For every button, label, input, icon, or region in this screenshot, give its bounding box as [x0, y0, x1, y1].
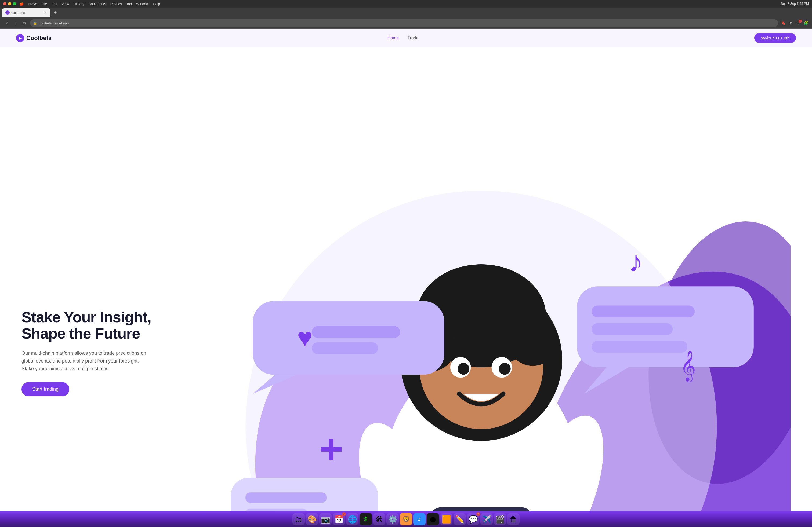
calendar-badge: 1 [342, 512, 346, 516]
nav-links: Home Trade [388, 36, 419, 41]
new-tab-button[interactable]: + [52, 9, 59, 16]
dock-xcode[interactable]: 🛠 [373, 513, 385, 525]
svg-rect-28 [312, 342, 378, 354]
hero-title-line2: Shape the Future [21, 325, 140, 342]
logo-text: Coolbets [26, 35, 52, 42]
shield-badge: 2 [799, 19, 802, 23]
svg-rect-33 [592, 341, 687, 352]
forward-button[interactable]: › [12, 19, 19, 27]
svg-rect-36 [245, 492, 327, 502]
bookmark-icon[interactable]: 🔖 [780, 20, 786, 26]
profiles-menu[interactable]: Profiles [110, 2, 122, 6]
dock-launchpad[interactable]: 🎨 [306, 513, 318, 525]
traffic-light-fullscreen[interactable] [13, 2, 16, 5]
svg-rect-31 [592, 306, 695, 317]
svg-rect-27 [312, 326, 400, 338]
dock-photos[interactable]: 📷 [319, 513, 332, 525]
title-bar-menu: 🍎 Brave File Edit View History Bookmarks… [19, 2, 160, 6]
tab-close-button[interactable]: × [43, 11, 47, 15]
address-bar: ‹ › ↺ 🔒 coolbets.vercel.app 🔖 ⬆ 🛡 2 🧩 [0, 18, 812, 28]
reload-button[interactable]: ↺ [20, 19, 28, 27]
hero-illustration-svg: ♥ + ♪ 𝄞 [172, 58, 791, 511]
dock-miro[interactable]: ✏️ [453, 513, 466, 525]
shield-icon[interactable]: 🛡 2 [795, 20, 801, 26]
site-nav: ▶ Coolbets Home Trade saviour1001.eth [0, 29, 812, 47]
wallet-button[interactable]: saviour1001.eth [754, 33, 796, 43]
title-bar: 🍎 Brave File Edit View History Bookmarks… [0, 0, 812, 7]
svg-text:♪: ♪ [628, 245, 643, 278]
url-bar[interactable]: 🔒 coolbets.vercel.app [30, 19, 778, 27]
brave-menu[interactable]: Brave [28, 2, 37, 6]
tab-menu[interactable]: Tab [126, 2, 132, 6]
tab-bar: C Coolbets × + [0, 7, 812, 18]
dock-brave[interactable]: 🦁 [400, 513, 412, 525]
dock-obs[interactable]: ⬤ [427, 513, 439, 525]
dock-finder[interactable]: 🗂 [292, 513, 305, 525]
nav-link-home[interactable]: Home [388, 36, 399, 41]
window-menu[interactable]: Window [136, 2, 148, 6]
traffic-lights [3, 2, 16, 5]
share-icon[interactable]: ⬆ [788, 20, 794, 26]
active-tab[interactable]: C Coolbets × [2, 8, 50, 17]
hero-section: Stake Your Insight, Shape the Future Our… [0, 47, 812, 511]
hero-content: Stake Your Insight, Shape the Future Our… [21, 309, 172, 396]
svg-rect-37 [245, 509, 307, 511]
dock-calendar[interactable]: 📅 1 [333, 513, 345, 525]
nav-link-trade[interactable]: Trade [407, 36, 418, 41]
hero-description: Our multi-chain platform allows you to t… [21, 349, 150, 373]
back-button[interactable]: ‹ [3, 19, 11, 27]
title-bar-right: Sun 8 Sep 7:55 PM [781, 2, 809, 6]
edit-menu[interactable]: Edit [51, 2, 57, 6]
dock-bar: 🗂 🎨 📷 📅 1 🌐 $ 🛠 ⚙️ 🦁 Z ⬤ 🟧 ✏️ 💬 2 ✈️ 🎬 🗑 [0, 511, 812, 527]
svg-text:+: + [319, 426, 344, 472]
browser-chrome: C Coolbets × + ‹ › ↺ 🔒 coolbets.vercel.a… [0, 7, 812, 29]
dock-terminal[interactable]: $ [360, 513, 372, 525]
svg-rect-32 [592, 323, 673, 335]
svg-rect-17 [430, 507, 533, 511]
svg-point-14 [499, 363, 511, 375]
traffic-light-minimize[interactable] [8, 2, 11, 5]
lock-icon: 🔒 [33, 21, 37, 25]
hero-title-line1: Stake Your Insight, [21, 308, 151, 326]
apple-menu[interactable]: 🍎 [19, 2, 24, 6]
svg-text:𝄞: 𝄞 [680, 350, 696, 382]
dock-vlc[interactable]: 🎬 [494, 513, 506, 525]
svg-point-10 [508, 316, 558, 366]
dock-slack[interactable]: 💬 2 [467, 513, 479, 525]
hero-illustration: ♥ + ♪ 𝄞 [172, 58, 791, 511]
svg-text:♥: ♥ [297, 323, 313, 352]
dock-chrome[interactable]: 🌐 [346, 513, 359, 525]
tab-title: Coolbets [11, 11, 25, 15]
history-menu[interactable]: History [73, 2, 84, 6]
website-content: ▶ Coolbets Home Trade saviour1001.eth St… [0, 29, 812, 511]
site-logo[interactable]: ▶ Coolbets [16, 34, 52, 42]
logo-icon: ▶ [16, 34, 24, 42]
dock-telegram[interactable]: ✈️ [480, 513, 493, 525]
url-text: coolbets.vercel.app [39, 21, 69, 25]
extensions-icon[interactable]: 🧩 [803, 20, 809, 26]
traffic-light-close[interactable] [3, 2, 6, 5]
view-menu[interactable]: View [61, 2, 69, 6]
svg-point-13 [458, 363, 469, 375]
tab-favicon: C [5, 11, 10, 15]
dock-trash[interactable]: 🗑 [507, 513, 520, 525]
file-menu[interactable]: File [41, 2, 47, 6]
bookmarks-menu[interactable]: Bookmarks [89, 2, 106, 6]
datetime: Sun 8 Sep 7:55 PM [781, 2, 809, 6]
dock-settings[interactable]: ⚙️ [387, 513, 399, 525]
start-trading-button[interactable]: Start trading [21, 382, 69, 396]
help-menu[interactable]: Help [153, 2, 160, 6]
dock-zoom[interactable]: Z [413, 513, 425, 525]
address-bar-actions: 🔖 ⬆ 🛡 2 🧩 [780, 20, 809, 26]
slack-badge: 2 [476, 512, 480, 516]
dock-sublime[interactable]: 🟧 [440, 513, 452, 525]
nav-buttons: ‹ › ↺ [3, 19, 28, 27]
hero-title: Stake Your Insight, Shape the Future [21, 309, 172, 342]
title-bar-left: 🍎 Brave File Edit View History Bookmarks… [3, 2, 779, 6]
